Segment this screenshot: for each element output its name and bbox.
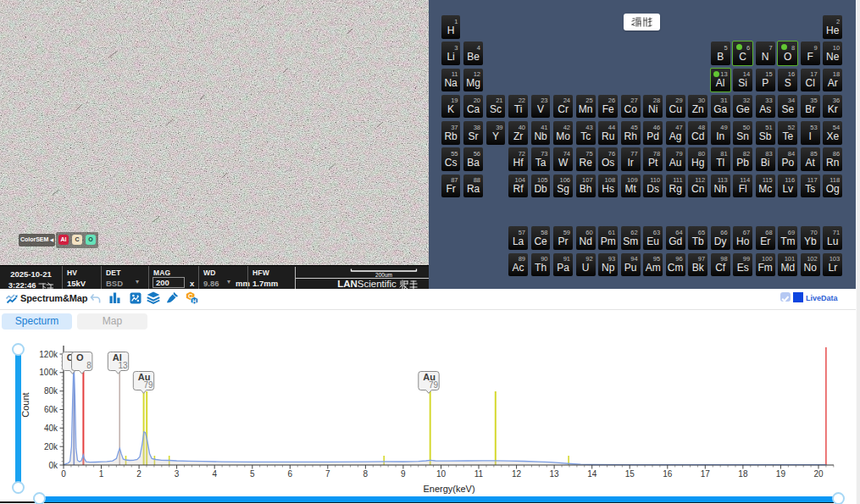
svg-text:5: 5 [250, 469, 255, 479]
svg-text:Energy(keV): Energy(keV) [423, 484, 474, 494]
svg-text:18: 18 [738, 469, 748, 479]
svg-text:40k: 40k [44, 424, 58, 433]
svg-text:8: 8 [86, 361, 92, 370]
svg-text:20: 20 [813, 469, 824, 479]
svg-text:13: 13 [119, 361, 129, 370]
svg-text:7: 7 [325, 469, 330, 479]
svg-text:4: 4 [212, 469, 217, 479]
svg-text:120k: 120k [39, 350, 58, 359]
svg-text:79: 79 [144, 380, 154, 390]
svg-text:17: 17 [701, 469, 711, 479]
svg-text:14: 14 [587, 469, 597, 479]
svg-text:10: 10 [436, 469, 447, 479]
svg-text:0k: 0k [48, 461, 58, 470]
svg-text:1: 1 [99, 469, 104, 479]
svg-text:0: 0 [61, 469, 66, 479]
svg-text:9: 9 [401, 469, 406, 479]
svg-text:60k: 60k [44, 405, 58, 414]
svg-text:16: 16 [663, 469, 673, 479]
svg-text:3: 3 [175, 469, 180, 479]
svg-text:79: 79 [429, 380, 439, 390]
svg-text:12: 12 [512, 469, 522, 479]
svg-text:O: O [76, 352, 84, 363]
svg-text:100k: 100k [39, 368, 58, 377]
svg-text:15: 15 [625, 469, 635, 479]
svg-text:2: 2 [136, 469, 141, 479]
svg-text:6: 6 [288, 469, 293, 479]
svg-text:20k: 20k [44, 442, 58, 451]
svg-text:8: 8 [363, 469, 369, 479]
svg-text:13: 13 [550, 469, 560, 479]
svg-text:80k: 80k [44, 386, 58, 396]
svg-text:Count: Count [20, 392, 31, 417]
svg-text:19: 19 [776, 469, 786, 479]
svg-text:11: 11 [474, 469, 484, 479]
